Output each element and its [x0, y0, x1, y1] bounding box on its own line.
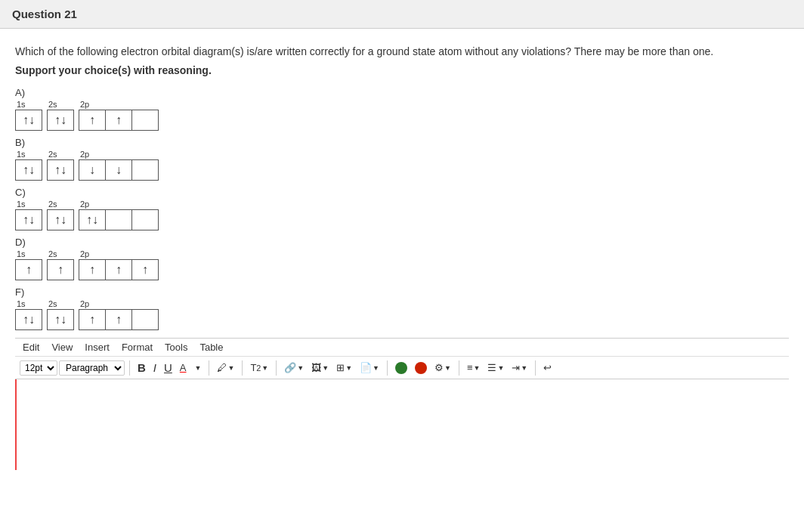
- paragraph-select[interactable]: Paragraph Heading 1 Heading 2: [59, 360, 125, 376]
- diagram-f-2p: 2p ↑ ↑: [79, 299, 159, 330]
- more-options-button[interactable]: ⚙▼: [431, 360, 454, 375]
- link-button[interactable]: 🔗▼: [281, 360, 307, 375]
- image-button[interactable]: 🖼▼: [308, 360, 332, 375]
- menu-table[interactable]: Table: [199, 342, 223, 353]
- orbital-box: ↑: [79, 309, 106, 330]
- orbital-box: ↑↓: [15, 309, 42, 330]
- green-dot-icon: [395, 362, 407, 374]
- diagram-c-label: C): [15, 187, 789, 198]
- menu-tools[interactable]: Tools: [165, 342, 187, 353]
- superscript-button[interactable]: T2▼: [247, 360, 271, 375]
- orbital-box: [105, 209, 132, 230]
- orbital-box: ↑: [105, 110, 132, 131]
- diagram-d-boxes: 1s ↑ 2s ↑ 2p ↑ ↑ ↑: [15, 249, 789, 280]
- paragraph-group: Paragraph Heading 1 Heading 2: [59, 360, 125, 376]
- menu-bar: Edit View Insert Format Tools Table: [15, 339, 789, 357]
- separator-2: [209, 360, 209, 376]
- orbital-box: [131, 110, 159, 131]
- table-insert-button[interactable]: ⊞▼: [333, 360, 355, 375]
- red-dot-icon: [415, 362, 427, 374]
- diagram-f-2s: 2s ↑↓: [47, 299, 74, 330]
- diagram-a-2p: 2p ↑ ↑: [79, 100, 159, 131]
- menu-view[interactable]: View: [51, 342, 73, 353]
- separator-5: [387, 360, 388, 376]
- bold-button[interactable]: B: [135, 360, 149, 376]
- font-color-chevron[interactable]: ▼: [191, 363, 205, 373]
- question-title: Question 21: [12, 8, 77, 20]
- align-button[interactable]: ≡▼: [464, 360, 484, 375]
- orbital-box: ↑: [79, 110, 106, 131]
- question-text: Which of the following electron orbital …: [15, 44, 789, 60]
- document-button[interactable]: 📄▼: [357, 360, 382, 375]
- diagram-a-1s: 1s ↑↓: [15, 100, 42, 131]
- diagram-b-boxes: 1s ↑↓ 2s ↑↓ 2p ↓ ↓: [15, 150, 789, 181]
- diagram-f-boxes: 1s ↑↓ 2s ↑↓ 2p ↑ ↑: [15, 299, 789, 330]
- separator-6: [459, 360, 459, 376]
- page-header: Question 21: [0, 0, 804, 29]
- diagram-a: A) 1s ↑↓ 2s ↑↓ 2p ↑: [15, 87, 789, 131]
- diagram-c-2p: 2p ↑↓: [79, 200, 159, 230]
- font-size-select[interactable]: 12pt 10pt 14pt: [20, 360, 57, 376]
- diagram-f-1s: 1s ↑↓: [15, 299, 42, 330]
- orbital-box: ↑: [131, 259, 159, 280]
- editor-container: Edit View Insert Format Tools Table 12pt…: [15, 338, 789, 470]
- orbital-box: ↓: [79, 159, 106, 181]
- orbital-box: [131, 309, 159, 330]
- font-color-button[interactable]: A: [177, 360, 190, 375]
- separator-1: [129, 360, 130, 376]
- orbital-box: ↑↓: [15, 209, 42, 230]
- underline-button[interactable]: U: [161, 360, 175, 376]
- orbital-box: ↑: [105, 259, 132, 280]
- diagram-c-1s: 1s ↑↓: [15, 200, 42, 230]
- diagram-d: D) 1s ↑ 2s ↑ 2p ↑: [15, 237, 789, 280]
- orbital-box: ↑↓: [79, 209, 106, 230]
- orbital-box: ↑: [15, 259, 42, 280]
- orbital-box: ↑↓: [47, 159, 74, 181]
- separator-3: [242, 360, 243, 376]
- support-text: Support your choice(s) with reasoning.: [15, 64, 789, 76]
- orbital-box: ↑↓: [15, 159, 42, 181]
- orbital-box: ↑: [79, 259, 106, 280]
- diagram-f: F) 1s ↑↓ 2s ↑↓ 2p ↑: [15, 286, 789, 330]
- menu-format[interactable]: Format: [122, 342, 153, 353]
- content-area: Which of the following electron orbital …: [0, 29, 804, 478]
- diagram-b-2p: 2p ↓ ↓: [79, 150, 159, 181]
- diagram-f-label: F): [15, 286, 789, 298]
- orbital-box: ↑↓: [47, 209, 74, 230]
- orbital-box: [131, 159, 159, 181]
- menu-edit[interactable]: Edit: [23, 342, 39, 353]
- diagram-b-1s: 1s ↑↓: [15, 150, 42, 181]
- diagram-d-2p: 2p ↑ ↑ ↑: [79, 249, 159, 280]
- diagram-b: B) 1s ↑↓ 2s ↑↓ 2p ↓: [15, 137, 789, 181]
- red-dot-button[interactable]: [412, 360, 430, 376]
- separator-4: [276, 360, 277, 376]
- diagram-a-boxes: 1s ↑↓ 2s ↑↓ 2p ↑ ↑: [15, 100, 789, 131]
- green-dot-button[interactable]: [392, 360, 410, 376]
- menu-insert[interactable]: Insert: [85, 342, 110, 353]
- diagram-b-label: B): [15, 137, 789, 148]
- diagram-a-label: A): [15, 87, 789, 98]
- font-size-group: 12pt 10pt 14pt: [20, 360, 57, 376]
- highlight-button[interactable]: 🖊▼: [214, 360, 237, 375]
- orbital-box: [131, 209, 159, 230]
- orbital-box: ↑↓: [15, 110, 42, 131]
- diagram-b-2s: 2s ↑↓: [47, 150, 74, 181]
- orbital-diagrams: A) 1s ↑↓ 2s ↑↓ 2p ↑: [15, 87, 789, 330]
- diagram-c-boxes: 1s ↑↓ 2s ↑↓ 2p ↑↓: [15, 200, 789, 230]
- diagram-d-label: D): [15, 237, 789, 248]
- unordered-list-button[interactable]: ☰▼: [484, 360, 507, 375]
- indent-button[interactable]: ⇥▼: [509, 360, 530, 375]
- diagram-a-2s: 2s ↑↓: [47, 100, 74, 131]
- orbital-box: ↑: [47, 259, 74, 280]
- orbital-box: ↓: [105, 159, 132, 181]
- orbital-box: ↑↓: [47, 110, 74, 131]
- italic-button[interactable]: I: [150, 360, 159, 376]
- toolbar: 12pt 10pt 14pt Paragraph Heading 1 Headi…: [15, 357, 789, 379]
- orbital-box: ↑: [105, 309, 132, 330]
- extra-button[interactable]: ↩: [540, 360, 555, 375]
- diagram-d-1s: 1s ↑: [15, 249, 42, 280]
- diagram-c: C) 1s ↑↓ 2s ↑↓ 2p ↑↓: [15, 187, 789, 230]
- diagram-d-2s: 2s ↑: [47, 249, 74, 280]
- separator-7: [535, 360, 536, 376]
- editor-body[interactable]: [15, 379, 789, 470]
